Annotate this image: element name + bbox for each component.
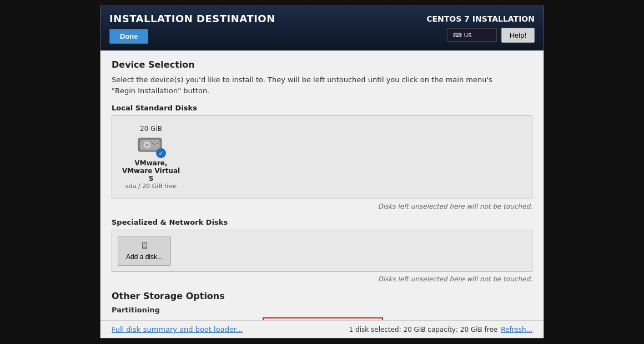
specialized-label: Specialized & Network Disks [112,218,532,226]
local-hint: Disks left unselected here will not be t… [112,203,532,210]
svg-point-8 [139,148,141,150]
disk-meta: sda / 20 GiB free [125,183,177,190]
centos-label: CENTOS 7 INSTALLATION [426,14,535,23]
outer-wrapper: INSTALLATION DESTINATION Done CENTOS 7 I… [0,0,644,344]
other-storage-title: Other Storage Options [112,291,532,301]
header-left: INSTALLATION DESTINATION Done [109,13,275,44]
local-disks-grid: 20 GiB [112,115,532,199]
disk-name: VMware, VMware Virtual S [121,159,181,183]
page-title: INSTALLATION DESTINATION [109,13,275,24]
header: INSTALLATION DESTINATION Done CENTOS 7 I… [100,6,544,50]
partitioning-label: Partitioning [112,306,532,314]
disk-size: 20 GiB [140,125,162,133]
keyboard-icon: ⌨ [453,32,462,39]
device-selection-description: Select the device(s) you'd like to insta… [112,74,532,96]
footer-right: 1 disk selected; 20 GiB capacity; 20 GiB… [349,326,532,333]
specialized-disks-grid: 🖥 Add a disk... [112,230,532,272]
header-right: CENTOS 7 INSTALLATION ⌨ us Help! [426,14,535,43]
svg-point-6 [139,140,141,142]
local-disks-label: Local Standard Disks [112,104,532,112]
footer: Full disk summary and boot loader... 1 d… [100,320,544,338]
main-panel: INSTALLATION DESTINATION Done CENTOS 7 I… [100,6,544,338]
add-disk-icon: 🖥 [140,241,149,251]
svg-point-3 [146,144,148,146]
content-area: Device Selection Select the device(s) yo… [100,50,544,320]
disk-status: 1 disk selected; 20 GiB capacity; 20 GiB… [349,326,498,333]
add-disk-button[interactable]: 🖥 Add a disk... [118,236,171,266]
header-controls: ⌨ us Help! [447,28,535,43]
disk-item[interactable]: 20 GiB [118,122,184,193]
full-disk-summary-link[interactable]: Full disk summary and boot loader... [112,325,243,333]
done-button[interactable]: Done [109,29,148,44]
refresh-link[interactable]: Refresh... [501,326,532,333]
disk-icon-wrapper: ✓ [137,135,165,157]
specialized-hint: Disks left unselected here will not be t… [112,275,532,283]
svg-rect-5 [156,143,159,144]
svg-point-7 [159,140,161,142]
disk-selected-check: ✓ [156,148,166,158]
help-button[interactable]: Help! [501,28,535,43]
other-storage-section: Other Storage Options Partitioning Autom… [112,291,532,320]
device-selection-title: Device Selection [112,59,532,70]
keyboard-indicator[interactable]: ⌨ us [447,28,497,42]
keyboard-lang: us [464,31,472,39]
